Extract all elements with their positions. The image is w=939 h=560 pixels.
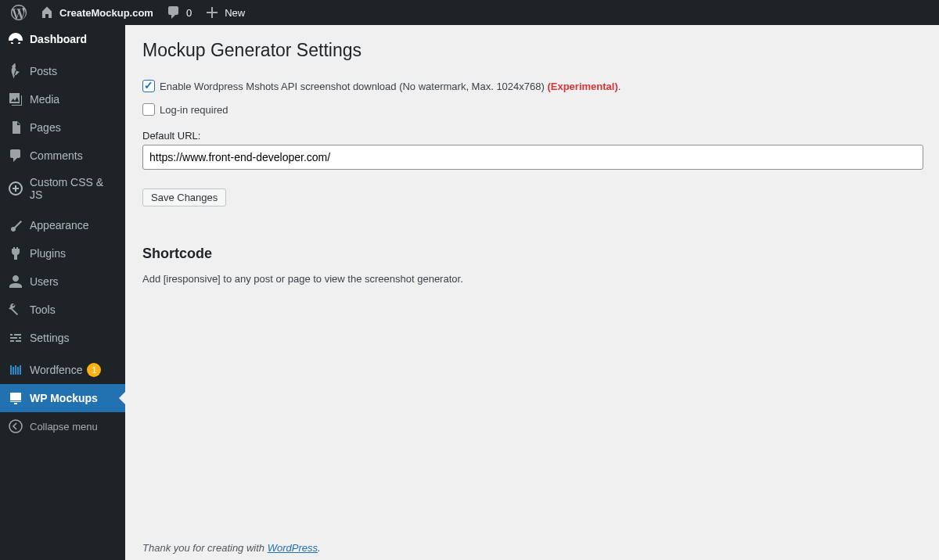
plus-circle-icon [8,181,23,196]
sidebar-item-comments[interactable]: Comments [0,142,125,170]
new-label: New [225,7,245,19]
sidebar-item-customcss[interactable]: Custom CSS & JS [0,170,125,207]
comments-link[interactable]: 0 [160,0,198,25]
admin-footer: Thank you for creating with WordPress. [142,542,321,554]
sidebar-item-dashboard[interactable]: Dashboard [0,25,125,53]
admin-toolbar: CreateMockup.com 0 New [0,0,939,25]
shortcode-heading: Shortcode [142,246,923,262]
shortcode-desc: Add [iresponsive] to any post or page to… [142,273,923,285]
enable-mshots-label: Enable Wordpress Mshots API screenshot d… [160,81,621,92]
wrench-icon [8,302,23,318]
sidebar-item-label: WP Mockups [30,392,98,404]
comment-icon [8,148,23,163]
svg-rect-5 [20,365,21,375]
sidebar-item-label: Wordfence [30,364,82,376]
save-button[interactable]: Save Changes [142,188,226,206]
sidebar-item-pages[interactable]: Pages [0,113,125,142]
home-icon [39,5,55,20]
user-icon [8,274,23,289]
sidebar-item-wpmockups[interactable]: WP Mockups [0,384,125,412]
admin-sidebar: Dashboard Posts Media Pages Comments Cus… [0,25,125,560]
sidebar-item-label: Tools [30,303,56,316]
dashboard-icon [8,31,23,47]
svg-rect-1 [10,365,12,375]
sidebar-item-label: Appearance [30,219,89,232]
pin-icon [8,63,23,79]
sidebar-item-posts[interactable]: Posts [0,57,125,85]
sidebar-item-settings[interactable]: Settings [0,324,125,352]
monitor-icon [8,390,23,406]
sidebar-item-label: Posts [30,65,57,77]
sidebar-item-label: Plugins [30,247,66,260]
wp-logo[interactable] [5,0,33,25]
brush-icon [8,217,23,233]
wordfence-badge: 1 [87,363,101,377]
sliders-icon [8,330,23,346]
collapse-label: Collapse menu [30,421,98,433]
main-content: Mockup Generator Settings Enable Wordpre… [125,25,939,560]
sidebar-item-appearance[interactable]: Appearance [0,211,125,239]
enable-mshots-checkbox[interactable] [142,80,155,92]
collapse-menu[interactable]: Collapse menu [0,412,125,440]
sidebar-item-label: Settings [30,332,70,344]
page-title: Mockup Generator Settings [142,33,923,75]
comments-count: 0 [186,7,192,19]
sidebar-item-label: Media [30,93,59,106]
sidebar-item-media[interactable]: Media [0,85,125,113]
wordpress-link[interactable]: WordPress [268,542,318,554]
sidebar-item-label: Pages [30,121,61,134]
default-url-label: Default URL: [142,130,923,142]
login-required-checkbox[interactable] [142,103,155,116]
comment-icon [166,5,182,20]
svg-rect-4 [17,367,19,375]
wordpress-icon [11,5,27,20]
sidebar-item-wordfence[interactable]: Wordfence1 [0,356,125,384]
media-icon [8,92,23,107]
collapse-icon [8,418,23,434]
sidebar-item-plugins[interactable]: Plugins [0,239,125,267]
svg-rect-3 [15,365,16,375]
wordfence-icon [8,362,23,378]
sidebar-item-label: Comments [30,149,83,162]
svg-point-6 [9,420,22,433]
new-content[interactable]: New [198,0,251,25]
sidebar-item-label: Users [30,275,59,288]
plus-icon [204,5,220,20]
sidebar-item-label: Custom CSS & JS [30,176,119,201]
site-home[interactable]: CreateMockup.com [33,0,160,25]
login-required-label: Log-in required [160,104,228,116]
page-icon [8,120,23,135]
default-url-input[interactable] [142,145,923,170]
sidebar-item-tools[interactable]: Tools [0,296,125,324]
plug-icon [8,246,23,261]
sidebar-item-users[interactable]: Users [0,267,125,296]
sidebar-item-label: Dashboard [30,33,87,45]
site-name: CreateMockup.com [59,7,153,19]
svg-rect-2 [13,367,14,375]
